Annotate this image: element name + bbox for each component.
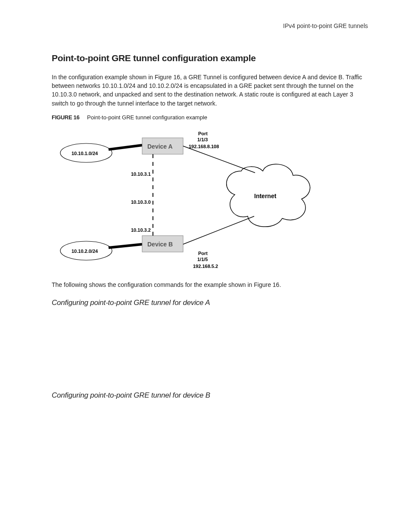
section-a-body <box>52 313 368 382</box>
breadcrumb: IPv4 point-to-point GRE tunnels <box>52 22 368 30</box>
tunnel-ip-b: 10.10.3.2 <box>131 227 151 234</box>
port-b-ip: 192.168.5.2 <box>193 263 218 270</box>
section-b-heading: Configuring point-to-point GRE tunnel fo… <box>52 390 368 401</box>
device-b-label: Device B <box>147 240 173 249</box>
net-a-label: 10.10.1.0/24 <box>72 150 98 157</box>
figure-label: FIGURE 16 <box>52 114 79 121</box>
intro-paragraph: In the configuration example shown in Fi… <box>52 73 368 108</box>
section-b-body <box>52 405 368 457</box>
post-figure-text: The following shows the configuration co… <box>52 280 368 289</box>
figure-caption: FIGURE 16 Point-to-point GRE tunnel conf… <box>52 114 368 122</box>
tunnel-net: 10.10.3.0 <box>131 199 151 206</box>
port-a-ip: 192.168.8.108 <box>189 143 219 150</box>
tunnel-ip-a: 10.10.3.1 <box>131 171 151 178</box>
figure-caption-text: Point-to-point GRE tunnel configuration … <box>87 114 207 121</box>
svg-line-2 <box>109 145 142 149</box>
internet-label: Internet <box>254 192 276 200</box>
page-title: Point-to-point GRE tunnel configuration … <box>52 52 368 65</box>
port-a-num: 1/1/3 <box>197 137 208 143</box>
port-b-num: 1/1/5 <box>197 256 208 263</box>
network-diagram: Device A Device B 10.10.1.0/24 10.10.2.0… <box>52 128 327 274</box>
svg-line-3 <box>109 244 142 248</box>
device-a-label: Device A <box>147 142 173 151</box>
net-b-label: 10.10.2.0/24 <box>72 248 98 255</box>
svg-line-8 <box>183 216 254 244</box>
section-a-heading: Configuring point-to-point GRE tunnel fo… <box>52 298 368 308</box>
